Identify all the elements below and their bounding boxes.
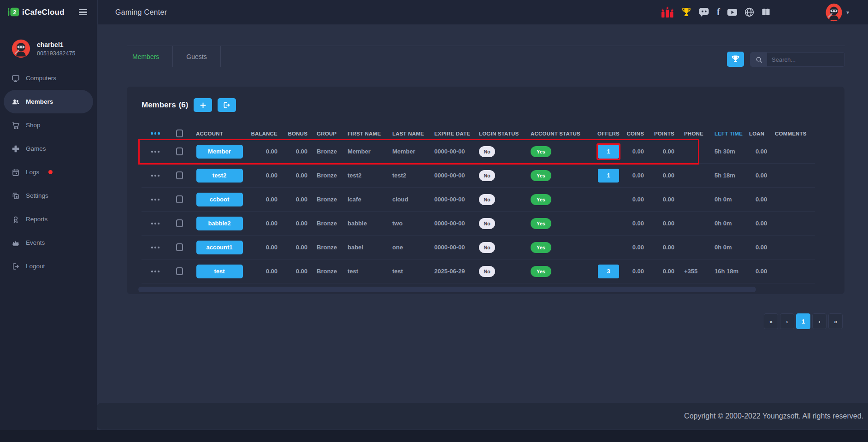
export-members-button[interactable] xyxy=(218,98,236,112)
header-phone[interactable]: PHONE xyxy=(682,127,714,140)
row-checkbox[interactable] xyxy=(176,195,183,203)
sidebar-item-computers[interactable]: Computers xyxy=(0,66,97,90)
header-login-status[interactable]: LOGIN STATUS xyxy=(478,127,530,140)
header-expire-date[interactable]: EXPIRE DATE xyxy=(434,127,478,140)
cell-first-name: icafe xyxy=(347,188,392,211)
ranking-podium-icon[interactable] xyxy=(661,6,674,18)
row-actions-button[interactable] xyxy=(142,164,169,187)
account-button[interactable]: Member xyxy=(196,145,243,159)
table-row: ccboot 0.00 0.00 Bronze icafe cloud 0000… xyxy=(142,188,815,212)
row-checkbox[interactable] xyxy=(176,267,183,275)
sidebar: charbel1 005193482475 Computers Members … xyxy=(0,24,97,430)
header-offers[interactable]: OFFERS xyxy=(594,127,623,140)
book-icon[interactable] xyxy=(761,7,771,17)
account-button[interactable]: ccboot xyxy=(196,193,243,206)
table-row: test2 0.00 0.00 Bronze test2 test2 0000-… xyxy=(142,164,815,188)
account-button[interactable]: account1 xyxy=(196,241,243,254)
row-checkbox[interactable] xyxy=(176,243,183,251)
pagination-prev-button[interactable]: ‹ xyxy=(780,313,794,329)
award-icon xyxy=(12,215,20,224)
search-input[interactable] xyxy=(767,53,845,66)
offers-badge[interactable]: 1 xyxy=(598,145,619,159)
header-left-time[interactable]: LEFT TIME xyxy=(714,127,749,140)
account-status-badge: Yes xyxy=(531,242,551,253)
header-account-status[interactable]: ACCOUNT STATUS xyxy=(530,127,594,140)
cell-loan: 0.00 xyxy=(749,140,775,163)
offers-filter-button[interactable] xyxy=(727,52,744,67)
cell-left-time: 5h 30m xyxy=(714,140,749,163)
pagination-page-1[interactable]: 1 xyxy=(796,313,810,329)
header-points[interactable]: POINTS xyxy=(650,127,682,140)
account-button[interactable]: test xyxy=(196,265,243,278)
sidebar-item-members[interactable]: Members xyxy=(4,90,93,113)
row-checkbox[interactable] xyxy=(176,147,183,155)
cell-coins: 0.00 xyxy=(623,236,650,259)
cell-expire-date: 2025-06-29 xyxy=(434,259,478,283)
row-actions-button[interactable] xyxy=(142,188,169,211)
members-panel: Members (6) ACCOUNT BALANCE BONUS GRO xyxy=(127,87,844,294)
sidebar-user-block[interactable]: charbel1 005193482475 xyxy=(12,39,75,58)
header-actions[interactable] xyxy=(142,127,169,140)
row-checkbox[interactable] xyxy=(176,171,183,179)
tab-members[interactable]: Members xyxy=(119,46,173,67)
sidebar-item-games[interactable]: Games xyxy=(0,137,97,160)
user-avatar xyxy=(12,39,30,58)
cell-loan: 0.00 xyxy=(749,259,775,283)
row-checkbox[interactable] xyxy=(176,219,183,227)
tab-guests[interactable]: Guests xyxy=(173,46,220,67)
header-balance[interactable]: BALANCE xyxy=(249,127,279,140)
row-actions-button[interactable] xyxy=(142,140,169,163)
cell-loan: 0.00 xyxy=(749,212,775,235)
sidebar-item-logout[interactable]: Logout xyxy=(0,254,97,278)
sidebar-item-shop[interactable]: Shop xyxy=(0,113,97,137)
cell-comments xyxy=(775,259,815,283)
offers-badge[interactable]: 1 xyxy=(598,169,619,183)
pagination-last-button[interactable]: » xyxy=(828,313,843,329)
cell-first-name: test xyxy=(347,259,392,283)
account-button[interactable]: test2 xyxy=(196,169,243,183)
cart-icon xyxy=(12,121,20,130)
globe-icon[interactable] xyxy=(744,7,754,17)
sidebar-item-settings[interactable]: Settings xyxy=(0,184,97,207)
row-actions-button[interactable] xyxy=(142,212,169,235)
offers-badge[interactable]: 3 xyxy=(598,265,619,278)
header-loan[interactable]: LOAN xyxy=(749,127,775,140)
sidebar-item-events[interactable]: Events xyxy=(0,231,97,254)
header-account[interactable]: ACCOUNT xyxy=(189,127,249,140)
header-coins[interactable]: COINS xyxy=(623,127,650,140)
cell-coins: 0.00 xyxy=(623,212,650,235)
header-last-name[interactable]: LAST NAME xyxy=(392,127,434,140)
cell-balance: 0.00 xyxy=(249,164,279,187)
pagination-next-button[interactable]: › xyxy=(812,313,827,329)
facebook-icon[interactable]: f xyxy=(717,7,720,17)
header-group[interactable]: GROUP xyxy=(308,127,347,140)
horizontal-scrollbar[interactable] xyxy=(138,287,756,292)
header-first-name[interactable]: FIRST NAME xyxy=(347,127,392,140)
search-icon[interactable] xyxy=(750,53,767,66)
cell-last-name: test xyxy=(392,259,434,283)
row-actions-button[interactable] xyxy=(142,236,169,259)
sidebar-item-reports[interactable]: Reports xyxy=(0,207,97,231)
topbar-icon-group: f xyxy=(661,0,771,24)
select-all-checkbox[interactable] xyxy=(176,130,183,137)
header-bonus[interactable]: BONUS xyxy=(279,127,308,140)
add-member-button[interactable] xyxy=(194,98,212,112)
discord-icon[interactable] xyxy=(698,7,710,18)
members-icon xyxy=(12,98,20,106)
row-actions-button[interactable] xyxy=(142,259,169,283)
user-menu[interactable]: ▾ xyxy=(825,0,849,24)
trophy-white-icon xyxy=(731,55,740,64)
page-title: Gaming Center xyxy=(115,0,167,24)
header-comments[interactable]: COMMENTS xyxy=(775,127,815,140)
sidebar-item-logs[interactable]: Logs xyxy=(0,160,97,184)
login-status-badge: No xyxy=(479,170,495,181)
logout-icon xyxy=(12,262,20,271)
pagination-first-button[interactable]: « xyxy=(764,313,778,329)
hamburger-menu-button[interactable] xyxy=(79,9,87,15)
account-button[interactable]: babble2 xyxy=(196,217,243,230)
trophy-icon[interactable] xyxy=(681,7,691,18)
login-status-badge: No xyxy=(479,266,495,277)
cell-first-name: babel xyxy=(347,236,392,259)
sidebar-item-label: Members xyxy=(26,98,53,105)
youtube-icon[interactable] xyxy=(727,7,738,17)
